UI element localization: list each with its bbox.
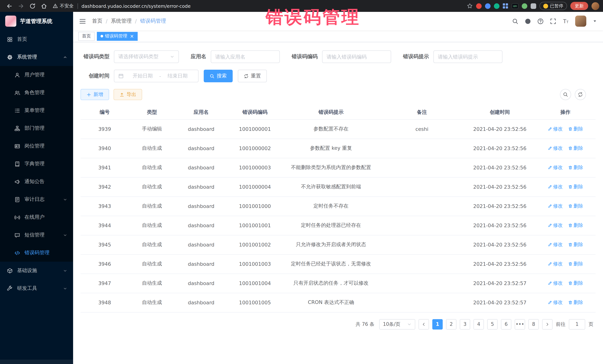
filter-error-hint: 错误码提示 xyxy=(403,50,502,63)
browser-back-icon[interactable] xyxy=(6,3,13,9)
edit-link[interactable]: 修改 xyxy=(547,164,563,171)
edit-link[interactable]: 修改 xyxy=(547,203,563,210)
help-icon[interactable] xyxy=(537,18,544,24)
next-page-button[interactable] xyxy=(542,319,553,329)
tab-error-code-management[interactable]: 错误码管理 × xyxy=(97,32,138,41)
bookmark-star-icon[interactable] xyxy=(467,3,473,9)
extension-icon-red[interactable] xyxy=(476,3,482,9)
create-time-range-picker[interactable]: 开始日期 - 结束日期 xyxy=(114,70,198,82)
font-size-icon[interactable]: TT xyxy=(563,18,569,24)
delete-link[interactable]: 删除 xyxy=(568,261,583,267)
page-button-8[interactable]: 8 xyxy=(528,319,539,329)
reset-button[interactable]: 重置 xyxy=(238,70,267,82)
sidebar-item-dict-management[interactable]: 字典管理 xyxy=(0,155,73,173)
goto-page-input[interactable] xyxy=(569,319,585,329)
table-header-row: 编号 类型 应用名 错误码编码 错误码提示 备注 创建时间 操作 xyxy=(81,105,596,119)
browser-home-icon[interactable] xyxy=(41,3,47,9)
sidebar-item-user-management[interactable]: 用户管理 xyxy=(0,66,73,84)
extension-icon-blue[interactable] xyxy=(485,3,491,9)
sidebar-item-dept-management[interactable]: 部门管理 xyxy=(0,119,73,137)
sidebar-item-home[interactable]: 首页 xyxy=(0,30,73,48)
delete-link[interactable]: 删除 xyxy=(568,280,583,287)
not-secure-icon xyxy=(53,3,58,9)
delete-link[interactable]: 删除 xyxy=(568,203,583,210)
chevron-right-icon xyxy=(545,322,550,326)
sidebar-item-audit-log[interactable]: 审计日志 xyxy=(0,190,73,208)
delete-link[interactable]: 删除 xyxy=(568,145,583,152)
app-name-input[interactable] xyxy=(215,54,275,60)
prev-page-button[interactable] xyxy=(418,319,429,329)
page-button-6[interactable]: 6 xyxy=(501,319,511,329)
paused-badge[interactable]: 已暂停 xyxy=(540,2,567,10)
error-code-type-select[interactable]: 请选择错误码类型 xyxy=(114,50,179,63)
edit-link[interactable]: 修改 xyxy=(547,145,563,152)
sidebar-item-infrastructure[interactable]: 基础设施 xyxy=(0,262,73,279)
fullscreen-icon[interactable] xyxy=(550,18,556,24)
error-code-input[interactable] xyxy=(326,54,387,60)
edit-link[interactable]: 修改 xyxy=(547,126,563,132)
sidebar-item-post-management[interactable]: 岗位管理 xyxy=(0,137,73,155)
refresh-table-button[interactable] xyxy=(575,89,586,100)
sidebar-collapse-bar[interactable] xyxy=(0,360,73,364)
browser-reload-icon[interactable] xyxy=(29,3,36,9)
breadcrumb-system-management[interactable]: 系统管理 xyxy=(111,18,132,24)
delete-link[interactable]: 删除 xyxy=(568,126,583,132)
edit-link[interactable]: 修改 xyxy=(547,280,563,287)
page-button-ellipsis[interactable]: ••• xyxy=(515,319,525,329)
security-label[interactable]: 不安全 xyxy=(60,3,74,9)
app-logo-row[interactable]: 芋道管理系统 xyxy=(0,12,73,30)
breadcrumb-home[interactable]: 首页 xyxy=(92,18,103,24)
toggle-search-button[interactable] xyxy=(560,89,571,100)
page-size-select[interactable]: 10条/页 xyxy=(379,319,415,329)
page-button-3[interactable]: 3 xyxy=(460,319,470,329)
url-text[interactable]: dashboard.yudao.iocoder.cn/system/error-… xyxy=(81,3,191,9)
delete-link[interactable]: 删除 xyxy=(568,222,583,229)
delete-link[interactable]: 删除 xyxy=(568,299,583,306)
export-button[interactable]: 导出 xyxy=(114,89,142,100)
extension-icon-grid[interactable] xyxy=(503,3,508,9)
tab-home[interactable]: 首页 xyxy=(78,32,95,41)
search-icon[interactable] xyxy=(512,18,518,24)
extension-icon-puzzle[interactable] xyxy=(531,3,536,9)
sidebar-item-notice[interactable]: 通知公告 xyxy=(0,173,73,190)
filter-row-1: 错误码类型 请选择错误码类型 应用名 错误码编码 xyxy=(81,50,596,63)
delete-link[interactable]: 删除 xyxy=(568,241,583,248)
error-hint-input[interactable] xyxy=(438,54,498,60)
page-button-4[interactable]: 4 xyxy=(474,319,484,329)
edit-link[interactable]: 修改 xyxy=(547,261,563,267)
caret-down-icon[interactable] xyxy=(593,19,597,23)
sidebar-item-system-management[interactable]: 系统管理 xyxy=(0,48,73,66)
edit-link[interactable]: 修改 xyxy=(547,184,563,190)
sidebar-item-dev-tools[interactable]: 研发工具 xyxy=(0,279,73,297)
user-avatar[interactable] xyxy=(575,16,586,27)
edit-link[interactable]: 修改 xyxy=(547,222,563,229)
page-button-1[interactable]: 1 xyxy=(432,319,443,329)
sidebar-item-menu-management[interactable]: 菜单管理 xyxy=(0,101,73,119)
table-row: 3939手动编辑dashboard1001000001参数配置不存在ceshi2… xyxy=(81,119,596,139)
browser-update-button[interactable]: 更新 xyxy=(570,2,588,10)
address-bar[interactable]: 不安全 dashboard.yudao.iocoder.cn/system/er… xyxy=(53,0,467,12)
extension-icon-green[interactable] xyxy=(494,3,499,9)
filter-label: 错误码类型 xyxy=(81,53,109,60)
browser-forward-icon[interactable] xyxy=(18,3,24,9)
delete-link[interactable]: 删除 xyxy=(568,184,583,190)
page-button-5[interactable]: 5 xyxy=(487,319,498,329)
edit-link[interactable]: 修改 xyxy=(547,241,563,248)
edit-icon xyxy=(547,281,552,286)
sidebar-item-role-management[interactable]: 角色管理 xyxy=(0,84,73,101)
page-button-2[interactable]: 2 xyxy=(446,319,456,329)
github-icon[interactable] xyxy=(525,18,531,24)
delete-link[interactable]: 删除 xyxy=(568,164,583,171)
edit-link[interactable]: 修改 xyxy=(547,299,563,306)
sidebar-item-sms-management[interactable]: 短信管理 xyxy=(0,226,73,244)
extension-icon-leaf[interactable] xyxy=(522,3,527,9)
sidebar-item-error-code-management[interactable]: 错误码管理 xyxy=(0,244,73,262)
hamburger-icon[interactable] xyxy=(79,18,86,25)
sidebar-item-online-users[interactable]: 在线用户 xyxy=(0,208,73,226)
edit-icon xyxy=(547,146,552,151)
tab-close-icon[interactable]: × xyxy=(130,34,134,39)
search-button[interactable]: 搜索 xyxy=(204,70,233,82)
browser-profile-avatar[interactable] xyxy=(591,2,599,10)
extension-icon-on[interactable]: on xyxy=(512,3,518,9)
add-button[interactable]: 新增 xyxy=(81,89,109,100)
